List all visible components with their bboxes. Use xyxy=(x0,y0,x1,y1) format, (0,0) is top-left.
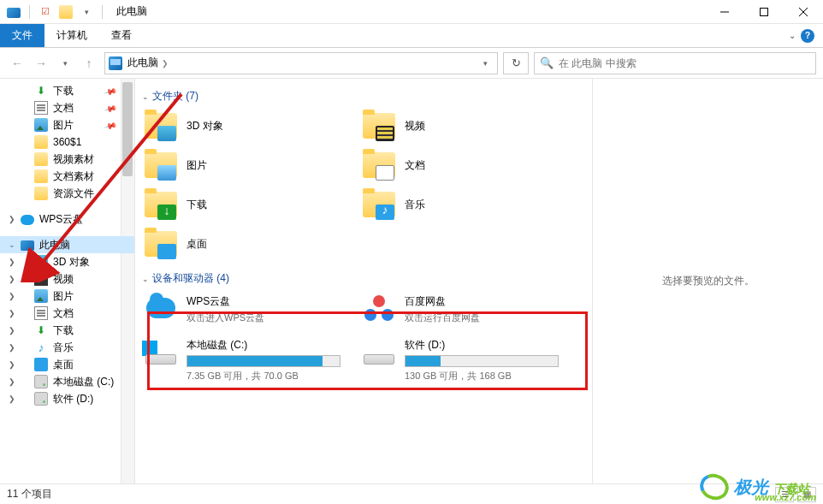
sidebar-item-documents-2[interactable]: ❯文档 xyxy=(0,305,134,322)
group-header-drives[interactable]: ⌄ 设备和驱动器 (4) xyxy=(142,271,585,286)
forward-button[interactable]: → xyxy=(31,53,51,74)
minimize-icon xyxy=(720,8,729,16)
baidu-icon xyxy=(362,293,396,323)
music-icon xyxy=(376,205,394,220)
history-dropdown[interactable]: ▾ xyxy=(55,53,75,74)
navigation-pane: ⬇下载📌 文档📌 图片📌 360$1 视频素材 文档素材 资源文件 ❯WPS云盘… xyxy=(0,79,135,483)
qat-dropdown-icon[interactable]: ▾ xyxy=(78,3,95,21)
pin-icon: 📌 xyxy=(104,118,117,132)
pin-icon: 📌 xyxy=(104,101,117,115)
sidebar-item-resource-files[interactable]: 资源文件 xyxy=(0,185,134,202)
tab-computer[interactable]: 计算机 xyxy=(44,24,99,47)
tab-file[interactable]: 文件 xyxy=(0,24,44,47)
chevron-right-icon[interactable]: ❯ xyxy=(9,292,15,300)
close-button[interactable] xyxy=(784,0,823,24)
maximize-icon xyxy=(760,8,768,16)
chevron-right-icon[interactable]: ❯ xyxy=(9,258,15,266)
sidebar-item-pictures-2[interactable]: ❯图片 xyxy=(0,288,134,305)
chevron-right-icon[interactable]: ❯ xyxy=(9,394,15,403)
chevron-right-icon[interactable]: ❯ xyxy=(162,59,169,68)
usage-bar-c xyxy=(187,355,340,367)
document-icon xyxy=(376,165,394,181)
drive-local-c[interactable]: 本地磁盘 (C:) 7.35 GB 可用，共 70.0 GB xyxy=(139,333,357,386)
watermark: 极光 下载站 www.xz7.com xyxy=(700,471,816,502)
sidebar-item-music[interactable]: ❯♪音乐 xyxy=(0,339,134,356)
folder-pictures[interactable]: 图片 xyxy=(139,146,357,184)
expand-ribbon-icon[interactable]: ⌄ xyxy=(789,31,796,40)
preview-pane: 选择要预览的文件。 xyxy=(592,79,823,483)
window-title: 此电脑 xyxy=(116,4,147,19)
sidebar-item-software-d[interactable]: ❯软件 (D:) xyxy=(0,390,134,407)
picture-icon xyxy=(157,165,176,181)
folder-documents[interactable]: 文档 xyxy=(357,146,575,184)
folder-video[interactable]: 视频 xyxy=(357,107,575,145)
address-bar[interactable]: 此电脑 ❯ ▾ xyxy=(104,52,498,74)
film-icon xyxy=(376,126,394,141)
chevron-right-icon[interactable]: ❯ xyxy=(9,360,15,369)
sidebar-item-wps-cloud[interactable]: ❯WPS云盘 xyxy=(0,210,134,228)
navigation-bar: ← → ▾ ↑ 此电脑 ❯ ▾ ↻ 🔍 xyxy=(0,48,823,79)
folder-music[interactable]: 音乐 xyxy=(357,186,575,223)
cloud-icon xyxy=(144,293,178,323)
chevron-right-icon[interactable]: ❯ xyxy=(9,215,15,223)
cube-icon xyxy=(157,126,176,141)
drive-wps-cloud[interactable]: WPS云盘双击进入WPS云盘 xyxy=(139,289,357,328)
folder-desktop[interactable]: 桌面 xyxy=(139,225,357,263)
preview-empty-text: 选择要预览的文件。 xyxy=(662,274,755,288)
back-button[interactable]: ← xyxy=(7,53,27,74)
chevron-down-icon: ⌄ xyxy=(142,275,149,283)
search-input[interactable] xyxy=(559,57,810,69)
search-icon: 🔍 xyxy=(540,56,554,69)
sidebar-item-downloads-2[interactable]: ❯⬇下载 xyxy=(0,322,134,339)
sidebar-item-video[interactable]: ❯▶视频 xyxy=(0,270,134,288)
help-icon[interactable]: ? xyxy=(801,29,814,43)
qat-checkbox-icon[interactable]: ☑ xyxy=(37,3,54,21)
content-area[interactable]: ⌄ 文件夹 (7) 3D 对象 视频 图片 文档 下载 音乐 桌面 ⌄ 设备和驱… xyxy=(135,79,592,483)
search-box[interactable]: 🔍 xyxy=(534,52,816,74)
sidebar-item-doc-assets[interactable]: 文档素材 xyxy=(0,168,134,185)
minimize-button[interactable] xyxy=(705,0,744,24)
ribbon: 文件 计算机 查看 ⌄ ? xyxy=(0,24,823,48)
drive-baidu[interactable]: 百度网盘双击运行百度网盘 xyxy=(357,289,575,328)
sidebar-item-360s1[interactable]: 360$1 xyxy=(0,133,134,151)
sidebar-item-3d-objects[interactable]: ❯3D 对象 xyxy=(0,253,134,270)
window-titlebar: ☑ ▾ 此电脑 xyxy=(0,0,823,24)
watermark-logo xyxy=(696,470,732,504)
chevron-right-icon[interactable]: ❯ xyxy=(9,326,15,335)
chevron-right-icon[interactable]: ❯ xyxy=(9,377,15,386)
refresh-button[interactable]: ↻ xyxy=(503,52,529,74)
close-icon xyxy=(799,8,808,16)
desktop-icon xyxy=(157,244,176,259)
sidebar-item-pictures[interactable]: 图片📌 xyxy=(0,116,134,133)
folder-3d-objects[interactable]: 3D 对象 xyxy=(139,107,357,145)
disk-icon xyxy=(362,336,396,367)
location-icon xyxy=(109,56,122,70)
tab-view[interactable]: 查看 xyxy=(99,24,144,47)
pin-icon: 📌 xyxy=(104,84,117,98)
chevron-right-icon[interactable]: ❯ xyxy=(9,343,15,352)
sidebar-item-documents[interactable]: 文档📌 xyxy=(0,99,134,116)
sidebar-item-desktop[interactable]: ❯桌面 xyxy=(0,356,134,373)
chevron-right-icon[interactable]: ❯ xyxy=(9,309,15,317)
sidebar-item-video-assets[interactable]: 视频素材 xyxy=(0,151,134,168)
chevron-down-icon: ⌄ xyxy=(142,92,149,101)
chevron-down-icon[interactable]: ⌄ xyxy=(9,240,15,249)
up-button[interactable]: ↑ xyxy=(79,53,99,74)
system-icon[interactable] xyxy=(5,3,22,21)
folder-downloads[interactable]: 下载 xyxy=(139,186,357,223)
group-header-folders[interactable]: ⌄ 文件夹 (7) xyxy=(142,89,585,104)
sidebar-item-this-pc[interactable]: ⌄此电脑 xyxy=(0,236,134,253)
usage-bar-d xyxy=(405,355,559,367)
qat-folder-icon[interactable] xyxy=(57,3,74,21)
download-icon xyxy=(157,205,176,220)
breadcrumb-this-pc[interactable]: 此电脑 xyxy=(127,56,158,70)
chevron-right-icon[interactable]: ❯ xyxy=(9,275,15,283)
status-text: 11 个项目 xyxy=(7,487,52,501)
svg-rect-1 xyxy=(761,8,768,15)
address-dropdown-icon[interactable]: ▾ xyxy=(477,59,494,68)
maximize-button[interactable] xyxy=(744,0,784,24)
drive-software-d[interactable]: 软件 (D:) 130 GB 可用，共 168 GB xyxy=(357,333,575,386)
disk-icon xyxy=(144,336,178,367)
sidebar-item-local-disk-c[interactable]: ❯本地磁盘 (C:) xyxy=(0,373,134,390)
sidebar-item-downloads[interactable]: ⬇下载📌 xyxy=(0,82,134,99)
